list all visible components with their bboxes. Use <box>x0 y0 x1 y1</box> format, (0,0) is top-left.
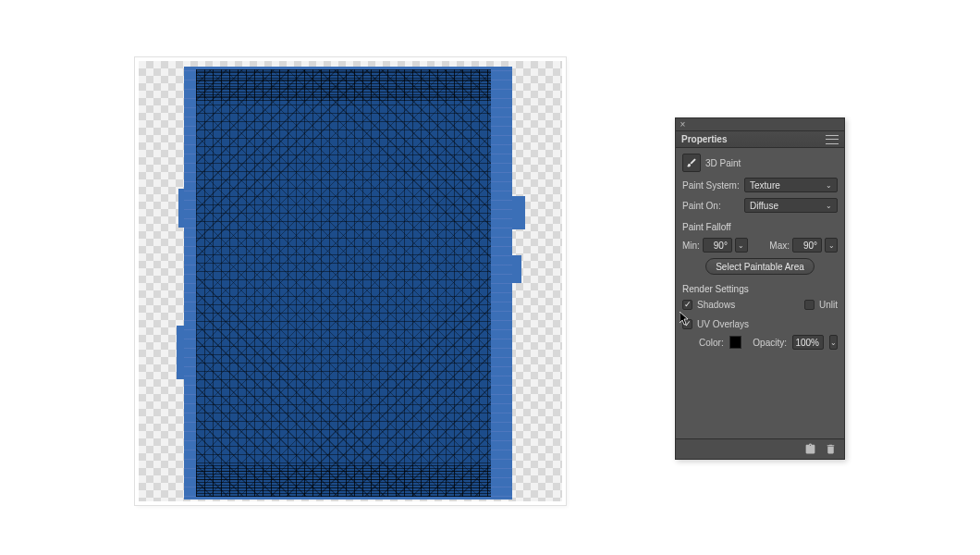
chevron-down-icon: ⌄ <box>826 202 832 210</box>
shadows-checkbox[interactable] <box>682 300 692 310</box>
chevron-down-icon: ⌄ <box>826 181 832 190</box>
color-label: Color: <box>699 338 724 348</box>
min-label: Min: <box>682 240 700 251</box>
paint-on-label: Paint On: <box>682 201 740 211</box>
shadows-label: Shadows <box>697 300 735 310</box>
paint-system-row: Paint System: Texture ⌄ <box>682 178 838 192</box>
uv-island <box>184 67 512 500</box>
brush-icon <box>686 157 697 168</box>
falloff-row: Min: 90° ⌄ Max: 90° ⌄ <box>682 238 838 253</box>
paint-system-value: Texture <box>750 180 780 191</box>
uv-overlays-label: UV Overlays <box>697 319 749 329</box>
delete-icon[interactable] <box>824 443 837 456</box>
panel-spacer <box>682 355 838 431</box>
opacity-input[interactable]: 100% <box>792 335 824 350</box>
paint-on-select[interactable]: Diffuse ⌄ <box>744 198 838 213</box>
uv-edge-right <box>491 69 512 497</box>
uv-wireframe <box>196 69 491 497</box>
panel-body: 3D Paint Paint System: Texture ⌄ Paint O… <box>676 148 844 438</box>
unlit-group: Unlit <box>804 300 838 310</box>
select-paintable-button[interactable]: Select Paintable Area <box>705 258 815 275</box>
paint-system-label: Paint System: <box>682 180 740 191</box>
min-stepper[interactable]: ⌄ <box>735 238 748 253</box>
max-stepper[interactable]: ⌄ <box>825 238 838 253</box>
max-group: Max: 90° ⌄ <box>769 238 838 253</box>
max-label: Max: <box>769 240 790 251</box>
uv-overlay-settings-row: Color: Opacity: 100% ⌄ <box>682 335 838 350</box>
uv-protrusion <box>178 189 184 228</box>
paint-falloff-heading: Paint Falloff <box>682 222 838 232</box>
close-icon[interactable]: × <box>679 120 687 129</box>
uv-overlays-group: UV Overlays <box>682 319 838 329</box>
min-group: Min: 90° ⌄ <box>682 238 748 253</box>
mode-row: 3D Paint <box>682 154 838 172</box>
paint-system-select[interactable]: Texture ⌄ <box>744 178 838 192</box>
paint-on-row: Paint On: Diffuse ⌄ <box>682 198 838 213</box>
color-swatch[interactable] <box>729 336 742 349</box>
new-preset-icon[interactable] <box>803 443 816 456</box>
panel-menu-icon[interactable] <box>826 135 839 144</box>
render-settings-heading: Render Settings <box>682 284 838 294</box>
shadows-group: Shadows <box>682 300 735 310</box>
min-input[interactable]: 90° <box>703 238 732 253</box>
uv-protrusion <box>512 196 525 229</box>
canvas-area[interactable] <box>135 57 566 505</box>
render-checks-row: Shadows Unlit <box>682 300 838 310</box>
panel-titlebar[interactable]: × × <box>676 118 844 131</box>
max-input[interactable]: 90° <box>792 238 822 253</box>
uv-protrusion <box>512 255 521 283</box>
panel-footer <box>676 438 844 459</box>
uv-protrusion <box>177 326 184 379</box>
opacity-stepper[interactable]: ⌄ <box>829 335 838 350</box>
unlit-label: Unlit <box>819 300 838 310</box>
brush-mode-button[interactable] <box>682 154 701 172</box>
paint-on-value: Diffuse <box>750 201 778 211</box>
min-value: 90° <box>714 240 728 251</box>
properties-panel: × × Properties 3D Paint Paint System: Te… <box>675 117 845 460</box>
mode-label: 3D Paint <box>705 158 741 168</box>
panel-tab-bar: Properties <box>676 131 844 148</box>
unlit-checkbox[interactable] <box>804 300 815 310</box>
opacity-label: Opacity: <box>753 338 787 348</box>
uv-overlays-checkbox[interactable] <box>682 319 692 329</box>
uv-edge-left <box>184 69 196 497</box>
max-value: 90° <box>803 240 817 251</box>
panel-title: Properties <box>681 134 727 144</box>
opacity-value: 100% <box>795 338 819 348</box>
